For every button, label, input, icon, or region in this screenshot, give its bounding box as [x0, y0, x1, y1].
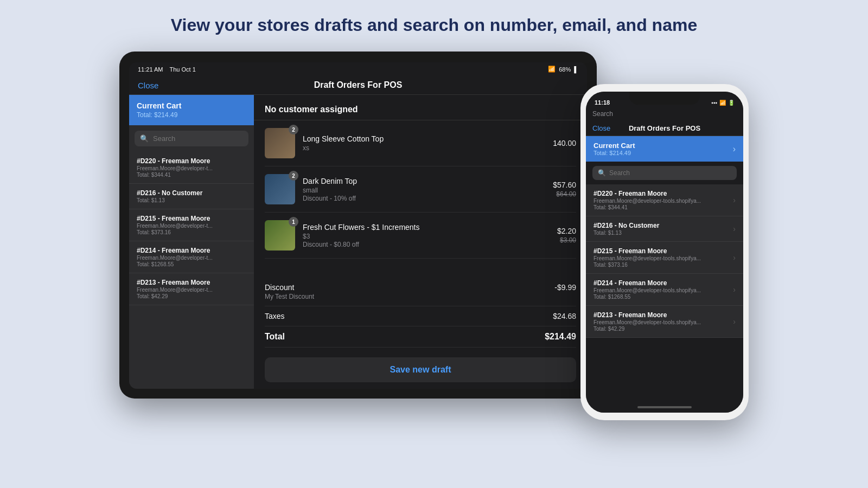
- item-image-wrap: 2: [265, 174, 295, 204]
- item-price: $2.20 $3.00: [557, 227, 576, 244]
- tablet-date-text: Thu Oct 1: [170, 66, 196, 73]
- phone-draft-info: #D215 - Freeman Moore Freeman.Moore@deve…: [593, 247, 701, 268]
- item-name: Dark Denim Top: [303, 177, 545, 185]
- item-discount: Discount - 10% off: [303, 195, 545, 202]
- phone-chevron-icon: ›: [733, 253, 736, 262]
- phone-list: Current Cart Total: $214.49 › 🔍 #D220 -: [586, 136, 743, 402]
- phone-draft-total: Total: $1.13: [593, 230, 659, 236]
- phone-draft-id: #D215 - Freeman Moore: [593, 247, 701, 255]
- cart-total: Total: $214.49: [137, 111, 246, 119]
- item-name: Long Sleeve Cotton Top: [303, 134, 545, 143]
- tablet-main-content: No customer assigned 2 Long Sleeve Cotto…: [254, 95, 587, 389]
- draft-id: #D213 - Freeman Moore: [137, 279, 246, 286]
- tablet-draft-item-d220[interactable]: #D220 - Freeman Moore Freeman.Moore@deve…: [129, 152, 254, 184]
- phone-current-cart[interactable]: Current Cart Total: $214.49 ›: [586, 136, 743, 162]
- battery-icon: ▌: [574, 66, 578, 73]
- phone-draft-item-d214[interactable]: #D214 - Freeman Moore Freeman.Moore@deve…: [586, 274, 743, 306]
- phone-draft-total: Total: $344.41: [593, 204, 701, 210]
- phone-cart-total: Total: $214.49: [593, 150, 635, 156]
- phone-search-label-row: Search: [586, 108, 743, 122]
- tablet-statusbar-right: 📶 68% ▌: [548, 66, 578, 73]
- phone-draft-info: #D213 - Freeman Moore Freeman.Moore@deve…: [593, 311, 701, 332]
- phone-statusbar-right: ▪▪▪ 📶 🔋: [711, 100, 735, 106]
- item-current-price: 140.00: [553, 139, 576, 147]
- draft-id: #D215 - Freeman Moore: [137, 215, 246, 222]
- phone-search-inner[interactable]: 🔍: [592, 166, 737, 180]
- total-amount: $214.49: [545, 332, 576, 342]
- tablet-close-button[interactable]: Close: [138, 81, 158, 90]
- phone-draft-item-d215[interactable]: #D215 - Freeman Moore Freeman.Moore@deve…: [586, 242, 743, 274]
- draft-total: Total: $1268.55: [137, 261, 246, 267]
- phone-draft-total: Total: $373.16: [593, 262, 701, 268]
- phone-draft-info: #D220 - Freeman Moore Freeman.Moore@deve…: [593, 190, 701, 210]
- phone-draft-item-d220[interactable]: #D220 - Freeman Moore Freeman.Moore@deve…: [586, 184, 743, 216]
- phone-search-icon: 🔍: [598, 169, 606, 177]
- phone-chevron-icon: ›: [733, 224, 736, 233]
- save-draft-button[interactable]: Save new draft: [265, 357, 576, 382]
- tablet-draft-item-d214[interactable]: #D214 - Freeman Moore Freeman.Moore@deve…: [129, 241, 254, 273]
- phone-cart-chevron: ›: [733, 144, 736, 154]
- phone-draft-item-d213[interactable]: #D213 - Freeman Moore Freeman.Moore@deve…: [586, 306, 743, 338]
- phone-draft-email: Freeman.Moore@developer-tools.shopifya..…: [593, 255, 701, 261]
- item-current-price: $57.60: [553, 181, 576, 189]
- tablet-search-bar[interactable]: 🔍: [135, 131, 248, 146]
- phone-draft-item-d216[interactable]: #D216 - No Customer Total: $1.13 ›: [586, 216, 743, 242]
- tablet-draft-item-d216[interactable]: #D216 - No Customer Total: $1.13: [129, 184, 254, 209]
- phone-draft-email: Freeman.Moore@developer-tools.shopifya..…: [593, 287, 701, 293]
- order-item-flowers: 1 Fresh Cut Flowers - $1 Increments $3 D…: [265, 213, 576, 259]
- tablet-nav-title: Draft Orders For POS: [314, 80, 403, 90]
- devices-container: 11:21 AM Thu Oct 1 📶 68% ▌ Close Draft O…: [81, 52, 787, 420]
- draft-total: Total: $344.41: [137, 172, 246, 178]
- item-variant: small: [303, 187, 545, 194]
- phone-cart-label: Current Cart: [593, 142, 635, 150]
- phone-draft-info: #D214 - Freeman Moore Freeman.Moore@deve…: [593, 279, 701, 300]
- tablet-body: Current Cart Total: $214.49 🔍 #D220 - Fr…: [129, 95, 587, 389]
- phone-device: 11:18 ▪▪▪ 📶 🔋 Search Close Draft Orders …: [580, 84, 749, 420]
- phone-search-input[interactable]: [609, 169, 731, 177]
- tablet-draft-item-d215[interactable]: #D215 - Freeman Moore Freeman.Moore@deve…: [129, 209, 254, 241]
- tablet-time-text: 11:21 AM: [138, 66, 163, 73]
- tablet-draft-item-d213[interactable]: #D213 - Freeman Moore Freeman.Moore@deve…: [129, 273, 254, 305]
- phone-draft-id: #D220 - Freeman Moore: [593, 190, 701, 197]
- phone-wifi-icon: 📶: [719, 100, 726, 106]
- tablet-search-container: 🔍: [129, 125, 254, 152]
- tablet-navbar: Close Draft Orders For POS: [129, 76, 587, 95]
- total-row: Total $214.49: [265, 326, 576, 348]
- item-current-price: $2.20: [557, 227, 576, 235]
- phone-draft-id: #D214 - Freeman Moore: [593, 279, 701, 287]
- phone-chevron-icon: ›: [733, 196, 736, 204]
- phone-close-button[interactable]: Close: [592, 124, 610, 132]
- order-item-shirt: 2 Long Sleeve Cotton Top xs 140.00: [265, 120, 576, 166]
- order-item-denim: 2 Dark Denim Top small Discount - 10% of…: [265, 166, 576, 213]
- draft-total: Total: $1.13: [137, 197, 246, 203]
- phone-search-container: 🔍: [586, 162, 743, 184]
- discount-row: Discount My Test Discount -$9.99: [265, 278, 576, 306]
- draft-email: Freeman.Moore@developer-t...: [137, 223, 245, 229]
- item-variant: $3: [303, 233, 550, 240]
- page-title: View your stores drafts and search on nu…: [171, 15, 697, 35]
- draft-id: #D214 - Freeman Moore: [137, 247, 246, 254]
- phone-search-label: Search: [592, 110, 737, 118]
- discount-sub-label: My Test Discount: [265, 293, 314, 300]
- draft-email: Freeman.Moore@developer-t...: [137, 165, 245, 171]
- draft-total: Total: $42.29: [137, 293, 246, 299]
- item-discount: Discount - $0.80 off: [303, 241, 550, 248]
- cart-label: Current Cart: [137, 101, 246, 110]
- phone-draft-email: Freeman.Moore@developer-tools.shopifya..…: [593, 319, 701, 325]
- tablet-battery: 68%: [559, 66, 571, 73]
- phone-draft-total: Total: $1268.55: [593, 294, 701, 300]
- item-badge: 2: [289, 125, 298, 134]
- phone-draft-id: #D216 - No Customer: [593, 222, 659, 229]
- item-details: Dark Denim Top small Discount - 10% off: [303, 177, 545, 202]
- draft-email: Freeman.Moore@developer-t...: [137, 287, 245, 293]
- phone-chevron-icon: ›: [733, 285, 736, 294]
- draft-email: Freeman.Moore@developer-t...: [137, 255, 245, 261]
- discount-label: Discount: [265, 283, 314, 292]
- tablet-current-cart[interactable]: Current Cart Total: $214.49: [129, 95, 254, 125]
- draft-id: #D216 - No Customer: [137, 189, 246, 197]
- phone-home-indicator: [586, 402, 743, 413]
- phone-draft-id: #D213 - Freeman Moore: [593, 311, 701, 319]
- tablet-search-input[interactable]: [153, 134, 244, 143]
- taxes-amount: $24.68: [553, 312, 576, 320]
- phone-draft-email: Freeman.Moore@developer-tools.shopifya..…: [593, 198, 701, 204]
